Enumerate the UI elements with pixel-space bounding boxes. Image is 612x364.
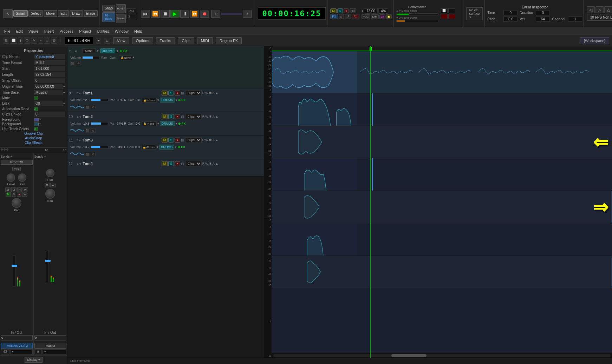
track-11-r[interactable]: R xyxy=(202,138,205,142)
track-10-more[interactable]: ⊡ xyxy=(181,115,184,119)
options-btn[interactable]: Options xyxy=(132,37,153,44)
content-track-tom1[interactable]: ⇐ xyxy=(272,93,612,158)
marks-icon[interactable]: Marks xyxy=(116,14,126,23)
panel-toggle-3[interactable] xyxy=(6,148,8,151)
track-11-a[interactable]: A xyxy=(213,138,215,142)
2x-btn[interactable]: 2x xyxy=(379,14,385,19)
ei-channel-value[interactable]: 1 xyxy=(568,16,582,22)
snap-btn[interactable]: Snap xyxy=(102,5,115,12)
pan-knob-2[interactable] xyxy=(46,169,54,177)
back-btn[interactable]: ⏪ xyxy=(151,10,160,18)
ei-pitch-value[interactable]: C 0 xyxy=(503,16,517,22)
select-tool[interactable]: Select xyxy=(28,10,43,17)
foreground-picker[interactable]: ▾ xyxy=(34,118,41,121)
scrollbar-track[interactable] xyxy=(273,354,611,357)
panel-toggle-1[interactable] xyxy=(1,148,3,151)
content-track-top[interactable] xyxy=(272,51,612,93)
ri-btn[interactable]: R:I xyxy=(352,14,359,19)
background-picker[interactable]: ▾ xyxy=(34,123,41,126)
track-9-more[interactable]: ⊡ xyxy=(181,91,184,95)
track-12-expand[interactable]: ≡ xyxy=(77,162,79,166)
pdc-btn[interactable]: PDC xyxy=(362,14,370,19)
add-marker-btn[interactable]: + xyxy=(96,38,101,44)
signature-display[interactable]: 4/4 xyxy=(378,8,388,14)
reverb-label[interactable]: REVERB xyxy=(1,160,33,165)
track-10-drums[interactable]: DRUMS xyxy=(160,121,175,126)
audiosnap-link[interactable]: AudioSnap xyxy=(2,136,65,140)
tracks-btn[interactable]: Tracks xyxy=(156,37,175,44)
original-time-value[interactable]: 00:00:00:00 xyxy=(34,84,63,89)
s-btn[interactable]: S xyxy=(337,8,343,13)
left-icon-3[interactable]: ⟪ xyxy=(18,38,23,44)
track-11-up[interactable]: ▲ xyxy=(215,138,219,142)
display-btn[interactable]: Display ▾ xyxy=(25,357,43,363)
left-icon-7[interactable]: ☰ xyxy=(44,38,50,44)
track-10-m[interactable]: M xyxy=(162,114,168,119)
track-12-s[interactable]: S xyxy=(168,161,174,166)
panel-toggle-2[interactable] xyxy=(4,148,6,151)
ch1-dyn-btn[interactable]: ⊡ xyxy=(11,187,17,192)
track-11-w[interactable]: W xyxy=(205,138,208,142)
track-9-expand[interactable]: ≡ xyxy=(77,91,79,95)
sends-1-add[interactable]: + xyxy=(11,155,12,158)
r-btn[interactable]: ● xyxy=(344,8,349,13)
track-9-m[interactable]: M xyxy=(162,91,168,95)
content-track-tom2[interactable]: ⇒ xyxy=(272,158,612,223)
snap-count[interactable]: 3 xyxy=(126,14,136,19)
content-track-tom3[interactable] xyxy=(272,223,612,288)
track-11-expand[interactable]: ≡ xyxy=(77,138,79,142)
track-9-up[interactable]: ▲ xyxy=(215,91,219,95)
track-11-more[interactable]: ⊡ xyxy=(181,138,184,142)
track-10-up[interactable]: ▲ xyxy=(215,115,219,118)
track-10-small-1[interactable]: ⬛ xyxy=(85,128,90,133)
groove-clip-link[interactable]: Groove Clip xyxy=(2,132,65,135)
ch2-r-btn[interactable]: R xyxy=(45,183,50,187)
workspace-select[interactable]: [Workspace] xyxy=(580,37,609,44)
use-track-colors-checkbox[interactable] xyxy=(34,127,38,131)
clips-linked-value[interactable]: 0 xyxy=(34,112,65,117)
track-11-star[interactable]: ✱ xyxy=(209,138,212,142)
track-10-none[interactable]: 🔒-None- xyxy=(142,121,156,126)
rewind-btn[interactable]: ⏮ xyxy=(141,10,150,18)
length-value[interactable]: 92:02:154 xyxy=(34,72,65,77)
track-9-w[interactable]: W xyxy=(205,91,208,95)
instrument-label[interactable]: -Metales VSTi 2 xyxy=(1,343,33,349)
tempo-display[interactable]: 73.00 xyxy=(364,8,378,14)
track-9-small-2[interactable]: ⊘ xyxy=(91,105,96,109)
marker-icon-btn[interactable]: ⊡ xyxy=(104,38,110,44)
track-12-star[interactable]: ✱ xyxy=(209,162,212,165)
extra-btn[interactable]: ▣ xyxy=(386,14,392,19)
original-time-expand[interactable]: ▾ xyxy=(63,85,65,88)
ticks-btn[interactable]: 78 Ticks xyxy=(102,12,115,22)
clip-name-value[interactable]: У вселеной xyxy=(34,54,65,59)
track-12-clips-dropdown[interactable]: Clips xyxy=(185,161,202,166)
track-11-rec[interactable]: ● xyxy=(175,138,180,143)
menu-window[interactable]: Window xyxy=(112,28,131,34)
ch1-num[interactable]: 43 xyxy=(1,349,9,355)
track-11-drums[interactable]: DRUMS xyxy=(159,145,174,150)
ei-time-value[interactable]: 0 xyxy=(503,10,517,15)
menu-file[interactable]: File xyxy=(1,28,13,34)
track-top-none[interactable]: -None- xyxy=(82,48,96,53)
track-10-r[interactable]: R xyxy=(202,115,205,118)
in-btn[interactable]: IN xyxy=(350,8,356,13)
pan-main-knob[interactable] xyxy=(12,198,21,208)
track-12-wave[interactable]: ≈ xyxy=(79,162,82,166)
time-format-value[interactable]: M:B:T xyxy=(34,60,65,65)
start-value[interactable]: 1:01:000 xyxy=(34,66,65,71)
to-by-icon[interactable]: TO BY xyxy=(116,4,126,13)
ch1-r2-btn[interactable]: ● xyxy=(17,192,21,197)
menu-process[interactable]: Process xyxy=(57,28,76,34)
edit-tool[interactable]: Edit xyxy=(58,10,69,17)
ch1-w-btn[interactable]: W xyxy=(22,187,28,192)
ei-duration-value[interactable]: 0 xyxy=(536,10,550,15)
panel-track-num-1[interactable]: 10 xyxy=(45,148,48,152)
track-12-more[interactable]: ⊡ xyxy=(181,162,184,166)
play-btn[interactable]: ▶ xyxy=(170,10,180,18)
menu-views[interactable]: Views xyxy=(26,28,41,34)
track-11-none[interactable]: 🔒-None- xyxy=(141,145,156,150)
erase-tool[interactable]: Erase xyxy=(84,10,98,17)
track-wave-icon[interactable]: ≈ xyxy=(75,49,81,53)
ch1-m-btn[interactable]: M xyxy=(6,192,11,197)
loop-start-btn[interactable]: ◁ xyxy=(211,10,220,18)
